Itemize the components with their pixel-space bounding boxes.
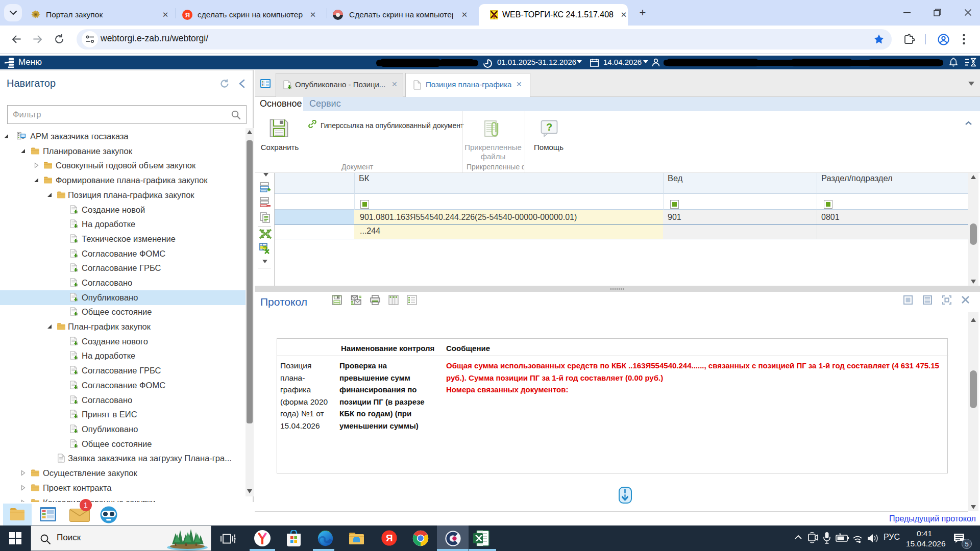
- svg-text:?: ?: [546, 121, 552, 133]
- svg-text:Я: Я: [386, 533, 393, 543]
- svg-text:Я: Я: [185, 11, 190, 19]
